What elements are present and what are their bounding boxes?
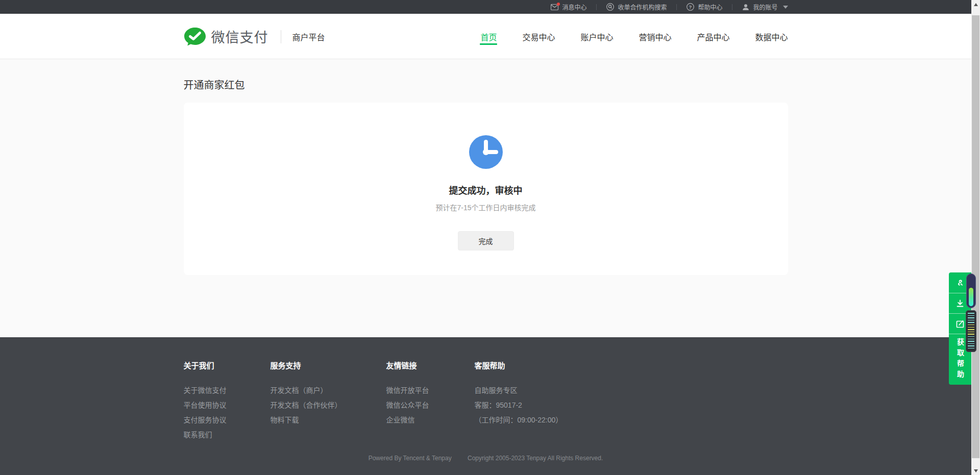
scroll-up-arrow[interactable]	[971, 0, 980, 9]
main-nav: 首页 交易中心 账户中心 营销中心 产品中心 数据中心	[480, 14, 788, 59]
copyright-text: Copyright 2005-2023 Tenpay All Rights Re…	[468, 455, 603, 462]
main-content: 开通商家红包 提交成功，审核中 预计在7-15个工作日内审核完成 完成	[0, 59, 971, 337]
message-center-link[interactable]: 消息中心	[541, 0, 596, 14]
footer-hotline: 客服：95017-2	[475, 398, 563, 413]
nav-label: 营销中心	[639, 31, 671, 43]
footer-link-platform-agreement[interactable]: 平台使用协议	[184, 398, 271, 413]
scroll-down-arrow[interactable]	[971, 466, 980, 475]
footer-col-title: 客服帮助	[475, 360, 563, 370]
top-utility-bar: 消息中心 收单合作机构搜索 ? 帮助中心 我的账号	[0, 0, 971, 14]
user-icon	[742, 4, 749, 11]
nav-item-transaction-center[interactable]: 交易中心	[522, 14, 555, 59]
nav-label: 首页	[480, 31, 497, 43]
footer-link-wechat-official-platform[interactable]: 微信公众平台	[386, 398, 475, 413]
get-help-label: 获取帮助	[955, 338, 965, 381]
acquiring-partner-search-label: 收单合作机构搜索	[618, 3, 667, 11]
nav-label: 账户中心	[580, 31, 613, 43]
footer-col-links: 友情链接 微信开放平台 微信公众平台 企业微信	[386, 360, 475, 442]
scrollbar-thumb[interactable]	[972, 15, 979, 458]
footer-link-dev-docs-partner[interactable]: 开发文档（合作伙伴）	[271, 398, 386, 413]
link-icon	[955, 278, 965, 288]
wechat-pay-logo[interactable]: 微信支付	[184, 27, 268, 46]
nav-item-data-center[interactable]: 数据中心	[755, 14, 788, 59]
nav-item-account-center[interactable]: 账户中心	[580, 14, 613, 59]
site-header: 微信支付 商户平台 首页 交易中心 账户中心 营销中心 产品	[0, 14, 971, 59]
scroll-indicator-gradient	[966, 273, 976, 308]
review-status-card: 提交成功，审核中 预计在7-15个工作日内审核完成 完成	[184, 103, 788, 275]
header-divider	[281, 30, 281, 43]
my-account-menu[interactable]: 我的账号	[732, 0, 788, 14]
footer-link-material-download[interactable]: 物料下载	[271, 413, 386, 428]
footer-link-wechat-work[interactable]: 企业微信	[386, 413, 475, 428]
message-center-label: 消息中心	[562, 3, 586, 11]
footer-link-dev-docs-merchant[interactable]: 开发文档（商户）	[271, 383, 386, 398]
nav-label: 产品中心	[697, 31, 729, 43]
footer-col-about: 关于我们 关于微信支付 平台使用协议 支付服务协议 联系我们	[184, 360, 271, 442]
footer-link-self-service[interactable]: 自助服务专区	[475, 383, 563, 398]
my-account-label: 我的账号	[753, 3, 777, 11]
feedback-icon	[955, 319, 965, 329]
help-icon: ?	[687, 3, 694, 11]
nav-label: 交易中心	[522, 31, 555, 43]
nav-item-home[interactable]: 首页	[480, 14, 497, 59]
site-footer: 关于我们 关于微信支付 平台使用协议 支付服务协议 联系我们 服务支持 开发文档…	[0, 337, 971, 475]
wechat-bubble-icon	[184, 27, 206, 46]
clock-icon	[469, 135, 503, 169]
nav-item-marketing-center[interactable]: 营销中心	[639, 14, 671, 59]
footer-col-support: 客服帮助 自助服务专区 客服：95017-2 （工作时间：09:00-22:00…	[475, 360, 563, 442]
help-center-label: 帮助中心	[698, 3, 722, 11]
scroll-indicator-stripes	[966, 310, 976, 352]
download-icon	[955, 298, 965, 309]
powered-by-text: Powered By Tencent & Tenpay	[369, 455, 452, 462]
footer-link-contact-us[interactable]: 联系我们	[184, 428, 271, 442]
status-title: 提交成功，审核中	[449, 183, 523, 196]
footer-link-about-wechat-pay[interactable]: 关于微信支付	[184, 383, 271, 398]
footer-col-service: 服务支持 开发文档（商户） 开发文档（合作伙伴） 物料下载	[271, 360, 386, 442]
footer-working-hours: （工作时间：09:00-22:00）	[475, 413, 563, 428]
footer-col-title: 服务支持	[271, 360, 386, 370]
mail-icon	[551, 4, 558, 10]
notification-badge	[557, 3, 560, 6]
active-tab-underline	[480, 43, 497, 45]
logo-wordmark: 微信支付	[211, 27, 268, 46]
svg-text:?: ?	[689, 4, 692, 10]
scrollbar[interactable]	[971, 0, 980, 475]
nav-label: 数据中心	[755, 31, 788, 43]
footer-col-title: 关于我们	[184, 360, 271, 370]
footer-link-wechat-open-platform[interactable]: 微信开放平台	[386, 383, 475, 398]
copyright-line: Powered By Tencent & Tenpay Copyright 20…	[0, 455, 971, 462]
status-subtitle: 预计在7-15个工作日内审核完成	[435, 202, 535, 212]
page: 消息中心 收单合作机构搜索 ? 帮助中心 我的账号	[0, 0, 971, 475]
search-icon	[606, 3, 614, 11]
chevron-down-icon	[783, 6, 788, 9]
portal-name: 商户平台	[292, 31, 325, 43]
nav-item-product-center[interactable]: 产品中心	[697, 14, 729, 59]
done-button[interactable]: 完成	[458, 231, 514, 251]
acquiring-partner-search-link[interactable]: 收单合作机构搜索	[597, 0, 676, 14]
footer-col-title: 友情链接	[386, 360, 475, 370]
help-center-link[interactable]: ? 帮助中心	[677, 0, 732, 14]
page-title: 开通商家红包	[184, 59, 788, 92]
footer-link-payment-agreement[interactable]: 支付服务协议	[184, 413, 271, 428]
